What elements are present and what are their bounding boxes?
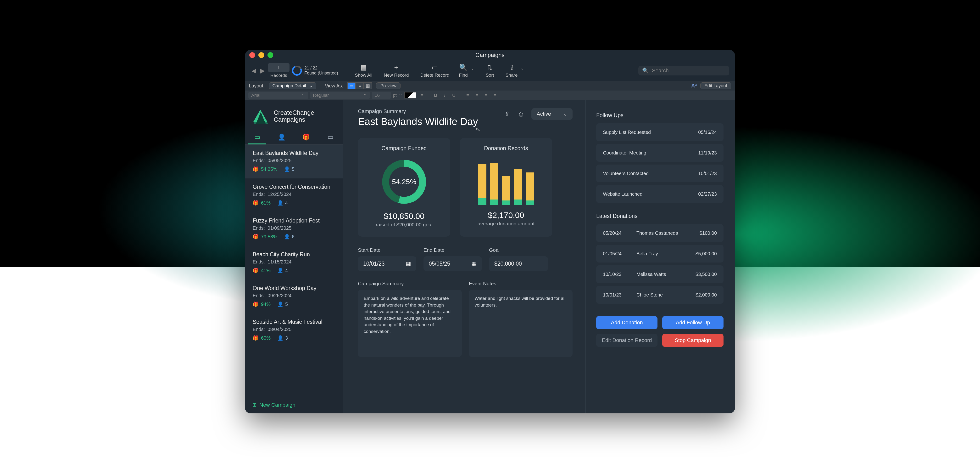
window-controls (249, 52, 273, 58)
campaign-list-item[interactable]: Fuzzy Friend Adoption Fest Ends: 01/09/2… (245, 212, 343, 246)
brand-line1: CreateChange (274, 109, 314, 116)
followup-date: 11/19/23 (698, 150, 717, 156)
donation-date: 10/10/23 (603, 272, 636, 277)
brand-logo-icon (253, 109, 268, 124)
campaign-people: 4 (285, 200, 288, 206)
plus-box-icon: ⊞ (252, 402, 256, 408)
add-donation-button[interactable]: Add Donation (596, 316, 657, 329)
align-right-button[interactable]: ≡ (482, 93, 490, 98)
campaign-end-date: Ends: 08/04/2025 (253, 327, 335, 332)
tab-reports[interactable]: ▭ (318, 130, 343, 144)
campaign-end-date: Ends: 05/05/2025 (253, 158, 335, 163)
print-button[interactable]: ⎙ (517, 110, 525, 118)
person-icon: 👤 (277, 301, 283, 307)
app-window: Campaigns ◀ ▶ 1 Records 21 / 22 Found (U… (245, 50, 735, 414)
underline-button[interactable]: U (450, 93, 457, 98)
campaign-percent: 79.58% (261, 234, 277, 240)
fill-color-swatch[interactable] (404, 92, 416, 99)
donation-row[interactable]: 01/05/24Bella Fray$5,000.00 (596, 245, 724, 262)
edit-layout-button[interactable]: Edit Layout (700, 82, 731, 89)
show-all-button[interactable]: ▤ Show All (355, 64, 372, 78)
add-followup-button[interactable]: Add Follow Up (662, 316, 724, 329)
followup-name: Coordinator Meeting (603, 150, 646, 156)
layout-selector[interactable]: Campaign Detail⌄ (269, 82, 316, 89)
campaign-summary-text[interactable]: Embark on a wild adventure and celebrate… (358, 290, 462, 357)
view-table-button[interactable]: ▦ (364, 82, 372, 89)
donation-bar (490, 163, 498, 205)
page-title: East Baylands Wildlife Day (358, 116, 478, 128)
window-title: Campaigns (476, 52, 504, 58)
followup-row[interactable]: Coordinator Meeting11/19/23 (596, 144, 724, 162)
funded-card-title: Campaign Funded (381, 145, 426, 152)
find-button[interactable]: 🔍 Find (459, 64, 468, 78)
tab-donations[interactable]: 🎁 (294, 130, 318, 144)
followup-row[interactable]: Supply List Requested05/16/24 (596, 123, 724, 141)
new-campaign-button[interactable]: ⊞ New Campaign (245, 397, 343, 414)
start-date-input[interactable]: 10/01/23 ▦ (358, 256, 416, 271)
stop-campaign-button[interactable]: Stop Campaign (662, 334, 724, 347)
text-style-ai-icon[interactable]: Aᵃ (691, 83, 697, 89)
format-bar: Arial⌃ Regular⌃ 16 pt ⌃ ≡ B I U ≡ ≡ ≡ ≡ (245, 91, 735, 100)
donation-name: Chloe Stone (636, 292, 681, 298)
donation-bar (502, 176, 510, 205)
record-index-field[interactable]: 1 (268, 63, 290, 72)
font-size-field[interactable]: 16 (372, 92, 391, 99)
end-date-input[interactable]: 05/05/25 ▦ (423, 256, 482, 271)
donation-bars-chart (478, 163, 534, 205)
align-center-button[interactable]: ≡ (473, 93, 480, 98)
zoom-window-button[interactable] (267, 52, 273, 58)
next-record-button[interactable]: ▶ (259, 67, 266, 74)
align-justify-button[interactable]: ≡ (492, 93, 499, 98)
new-record-button[interactable]: ＋ New Record (384, 64, 409, 78)
campaign-list[interactable]: East Baylands Wildlife Day Ends: 05/05/2… (245, 145, 343, 397)
sort-button[interactable]: ⇅ Sort (486, 64, 494, 78)
followup-row[interactable]: Volunteers Contacted10/01/23 (596, 165, 724, 182)
edit-donation-record-button[interactable]: Edit Donation Record (596, 334, 657, 347)
followup-row[interactable]: Website Launched02/27/23 (596, 185, 724, 203)
find-menu-caret[interactable]: ⌄ (471, 65, 474, 71)
donation-row[interactable]: 10/01/23Chloe Stone$2,000.00 (596, 286, 724, 304)
donation-row[interactable]: 10/10/23Melissa Watts$3,500.00 (596, 265, 724, 283)
goal-input[interactable]: $20,000.00 (489, 256, 548, 271)
font-family-select[interactable]: Arial⌃ (248, 92, 308, 99)
campaign-percent: 54.25% (261, 166, 277, 172)
campaign-list-item[interactable]: Grove Concert for Conservation Ends: 12/… (245, 179, 343, 212)
bold-button[interactable]: B (432, 93, 439, 98)
close-window-button[interactable] (249, 52, 255, 58)
campaign-list-item[interactable]: Beach City Charity Run Ends: 11/15/2024 … (245, 246, 343, 280)
italic-button[interactable]: I (441, 93, 449, 98)
minimize-window-button[interactable] (258, 52, 264, 58)
share-button[interactable]: ⇪ Share (506, 64, 518, 78)
chevron-down-icon: ⌄ (563, 111, 567, 117)
event-notes-text[interactable]: Water and light snacks will be provided … (469, 290, 573, 357)
campaign-list-item[interactable]: One World Workshop Day Ends: 09/26/2024 … (245, 280, 343, 313)
detail-pane: Campaign Summary East Baylands Wildlife … (343, 100, 586, 414)
search-input[interactable]: 🔍 Search (638, 66, 729, 75)
donation-row[interactable]: 05/20/24Thomas Castaneda$100.00 (596, 224, 724, 242)
font-unit-label: pt (393, 93, 397, 98)
align-left-button[interactable]: ≡ (464, 93, 471, 98)
person-icon: 👤 (278, 133, 285, 141)
preview-toggle[interactable]: Preview (376, 82, 401, 89)
record-navigator: ◀ ▶ 1 Records 21 / 22 Found (Unsorted) (251, 63, 338, 78)
tab-people[interactable]: 👤 (269, 130, 294, 144)
donation-bar (514, 169, 522, 205)
view-list-button[interactable]: ≡ (356, 82, 364, 89)
campaign-list-item[interactable]: East Baylands Wildlife Day Ends: 05/05/2… (245, 145, 343, 179)
view-form-button[interactable]: ▭ (347, 82, 356, 89)
campaign-percent: 41% (261, 268, 270, 273)
campaign-list-item[interactable]: Seaside Art & Music Festival Ends: 08/04… (245, 313, 343, 347)
avg-donation-subtext: average donation amount (477, 221, 535, 227)
font-weight-select[interactable]: Regular⌃ (310, 92, 370, 99)
brand-line2: Campaigns (274, 116, 314, 123)
export-button[interactable]: ⇪ (504, 110, 511, 118)
status-select[interactable]: Active ⌄ (531, 108, 573, 120)
delete-record-button[interactable]: ▭ Delete Record (420, 64, 449, 78)
person-icon: 👤 (284, 166, 290, 172)
line-spacing-button[interactable]: ≡ (418, 93, 425, 98)
followup-date: 10/01/23 (698, 171, 717, 176)
share-menu-caret[interactable]: ⌄ (520, 65, 524, 71)
prev-record-button[interactable]: ◀ (251, 67, 257, 74)
record-progress-icon (290, 64, 303, 77)
tab-campaigns[interactable]: ▭ (245, 130, 269, 144)
